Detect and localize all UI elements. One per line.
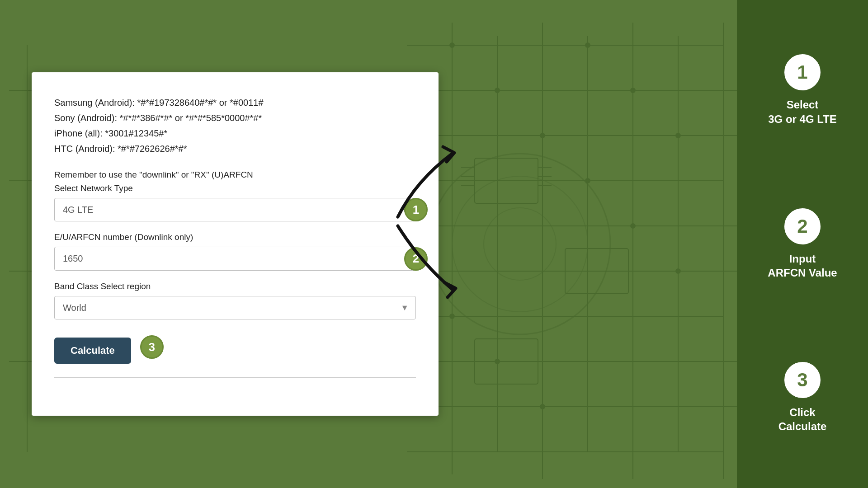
sidebar-step-2-number: 2 bbox=[784, 208, 821, 244]
band-class-label: Band Class Select region bbox=[54, 282, 416, 291]
band-class-select[interactable]: World Americas Europe Asia bbox=[54, 296, 416, 319]
sidebar-step-3-text: Click Calculate bbox=[778, 405, 827, 433]
arfcn-label: E/U/ARFCN number (Downlink only) bbox=[54, 232, 416, 242]
card-bottom-divider bbox=[54, 377, 416, 378]
remember-text: Remember to use the "downlink" or "RX" (… bbox=[54, 170, 416, 180]
arrows-decoration bbox=[380, 127, 506, 316]
iphone-code: iPhone (all): *3001#12345#* bbox=[54, 126, 416, 141]
arfcn-input[interactable] bbox=[54, 247, 416, 271]
sidebar-step-1-number: 1 bbox=[784, 54, 821, 90]
htc-code: HTC (Android): *#*#7262626#*#* bbox=[54, 141, 416, 156]
sidebar-step-1-text: Select 3G or 4G LTE bbox=[768, 98, 837, 126]
sony-code: Sony (Android): *#*#*386#*#* or *#*#*585… bbox=[54, 110, 416, 126]
sidebar-step-3: 3 Click Calculate bbox=[737, 321, 868, 474]
samsung-code: Samsung (Android): *#*#197328640#*#* or … bbox=[54, 95, 416, 110]
right-sidebar: 1 Select 3G or 4G LTE 2 Input ARFCN Valu… bbox=[737, 0, 868, 488]
phone-codes-section: Samsung (Android): *#*#197328640#*#* or … bbox=[54, 95, 416, 156]
white-card: Samsung (Android): *#*#197328640#*#* or … bbox=[32, 72, 439, 416]
arfcn-field-group: 2 bbox=[54, 247, 416, 271]
network-type-label: Select Network Type bbox=[54, 183, 416, 193]
sidebar-step-2: 2 Input ARFCN Value bbox=[737, 167, 868, 321]
sidebar-step-1: 1 Select 3G or 4G LTE bbox=[737, 14, 868, 167]
network-type-select[interactable]: 4G LTE 3G UMTS 2G GSM bbox=[54, 198, 416, 221]
calculate-button[interactable]: Calculate bbox=[54, 338, 131, 364]
calculate-row: Calculate 3 bbox=[54, 330, 416, 364]
band-class-field-group: World Americas Europe Asia ▼ bbox=[54, 296, 416, 319]
step-3-bubble-form: 3 bbox=[140, 335, 164, 359]
network-type-field-group: 4G LTE 3G UMTS 2G GSM ▼ 1 bbox=[54, 198, 416, 221]
sidebar-step-3-number: 3 bbox=[784, 362, 821, 398]
sidebar-step-2-text: Input ARFCN Value bbox=[768, 252, 837, 280]
